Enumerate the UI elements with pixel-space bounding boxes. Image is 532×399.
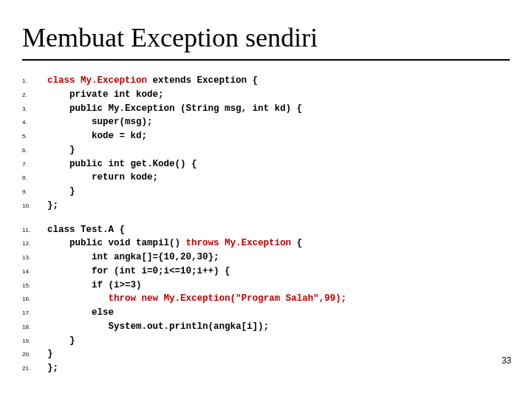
- code-block-2: 11.class Test.A {12. public void tampil(…: [22, 223, 510, 375]
- line-number: 16.: [22, 293, 47, 304]
- line-number: 4.: [22, 116, 47, 127]
- code-line: 8. return kode;: [22, 171, 510, 185]
- code-text: }: [47, 347, 53, 361]
- code-text: class Test.A {: [47, 223, 125, 237]
- code-text: kode = kd;: [47, 129, 147, 143]
- code-line: 21.};: [22, 361, 510, 375]
- slide-title: Membuat Exception sendiri: [22, 22, 510, 53]
- code-text: private int kode;: [47, 88, 164, 102]
- code-line: 5. kode = kd;: [22, 129, 510, 143]
- code-text: return kode;: [47, 171, 158, 185]
- line-number: 1.: [22, 75, 47, 86]
- line-number: 12.: [22, 237, 47, 248]
- code-line: 10.};: [22, 199, 510, 213]
- slide: Membuat Exception sendiri 1.class My.Exc…: [0, 0, 532, 399]
- line-number: 21.: [22, 362, 47, 373]
- code-text: throw new My.Exception("Program Salah",9…: [47, 292, 347, 306]
- code-line: 1.class My.Exception extends Exception {: [22, 74, 510, 88]
- title-underline: [22, 59, 510, 61]
- block-gap: [22, 213, 510, 223]
- code-text: public My.Exception (String msg, int kd)…: [47, 102, 302, 116]
- code-line: 16. throw new My.Exception("Program Sala…: [22, 292, 510, 306]
- code-text: };: [47, 361, 58, 375]
- code-text: for (int i=0;i<=10;i++) {: [47, 265, 231, 279]
- code-text: }: [47, 185, 75, 199]
- code-text: }: [47, 334, 75, 348]
- code-line: 6. }: [22, 143, 510, 157]
- code-line: 17. else: [22, 306, 510, 320]
- code-line: 13. int angka[]={10,20,30};: [22, 250, 510, 265]
- line-number: 18.: [22, 321, 47, 332]
- line-number: 7.: [22, 158, 47, 169]
- line-number: 13.: [22, 251, 47, 262]
- code-text: if (i>=3): [47, 279, 142, 293]
- code-text: class My.Exception extends Exception {: [47, 74, 258, 88]
- line-number: 17.: [22, 307, 47, 318]
- line-number: 6.: [22, 144, 47, 155]
- code-line: 2. private int kode;: [22, 88, 510, 102]
- code-text: else: [47, 306, 114, 320]
- line-number: 14.: [22, 265, 47, 276]
- code-line: 11.class Test.A {: [22, 223, 510, 237]
- code-text: int angka[]={10,20,30};: [47, 250, 219, 265]
- line-number: 10.: [22, 200, 47, 211]
- line-number: 5.: [22, 130, 47, 141]
- code-text: System.out.println(angka[i]);: [47, 320, 269, 334]
- code-line: 19. }: [22, 334, 510, 348]
- line-number: 3.: [22, 103, 47, 114]
- code-line: 12. public void tampil() throws My.Excep…: [22, 236, 510, 250]
- code-text: }: [47, 143, 75, 157]
- code-line: 4. super(msg);: [22, 115, 510, 129]
- code-text: super(msg);: [47, 115, 153, 129]
- code-line: 9. }: [22, 185, 510, 199]
- code-line: 7. public int get.Kode() {: [22, 157, 510, 171]
- code-line: 14. for (int i=0;i<=10;i++) {: [22, 265, 510, 279]
- code-text: };: [47, 199, 58, 213]
- code-line: 15. if (i>=3): [22, 279, 510, 293]
- code-line: 20.}: [22, 347, 510, 361]
- code-block-1: 1.class My.Exception extends Exception {…: [22, 74, 510, 213]
- code-line: 3. public My.Exception (String msg, int …: [22, 102, 510, 116]
- page-number: 33: [502, 355, 511, 366]
- line-number: 19.: [22, 335, 47, 346]
- code-line: 18. System.out.println(angka[i]);: [22, 320, 510, 334]
- code-text: public int get.Kode() {: [47, 157, 197, 171]
- line-number: 9.: [22, 185, 47, 197]
- line-number: 11.: [22, 224, 47, 235]
- code-text: public void tampil() throws My.Exception…: [47, 236, 302, 250]
- line-number: 2.: [22, 89, 47, 100]
- line-number: 15.: [22, 279, 47, 290]
- line-number: 20.: [22, 348, 47, 359]
- line-number: 8.: [22, 171, 47, 183]
